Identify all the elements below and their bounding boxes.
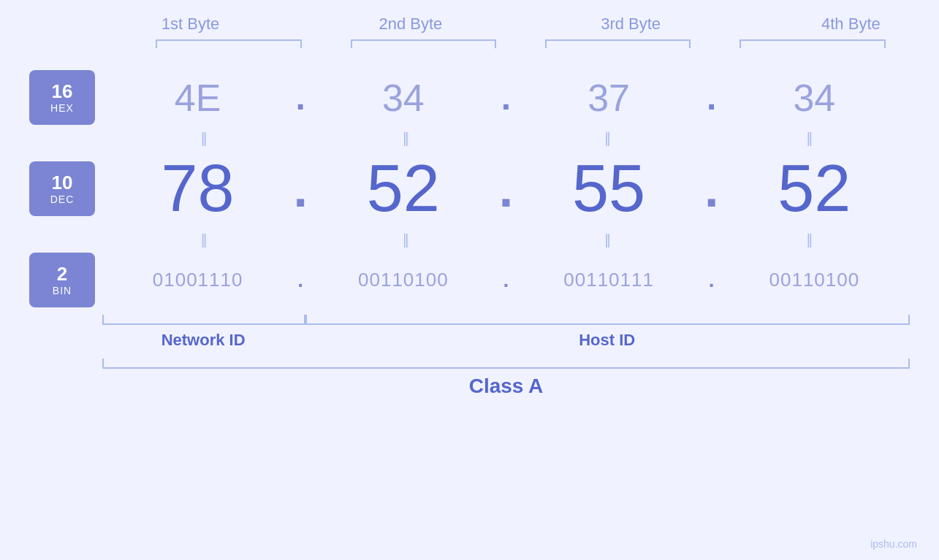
host-id-label: Host ID	[304, 331, 910, 350]
hex-base-label: HEX	[50, 102, 74, 114]
dec-cell-1: 78	[102, 151, 293, 226]
eq2-cell-3: ||	[506, 231, 708, 248]
dec-cell-3: 55	[514, 151, 704, 226]
hex-cell-2: 34	[308, 76, 498, 120]
dec-badge: 10 DEC	[29, 161, 95, 216]
hex-base-number: 16	[52, 81, 73, 102]
bin-row: 2 BIN 01001110 . 00110100 . 00110111 . 0…	[29, 253, 910, 307]
class-section: Class A	[29, 358, 910, 398]
hex-value-4: 34	[719, 76, 910, 120]
eq2-sign-3: ||	[604, 231, 609, 248]
dec-values: 78 . 52 . 55 . 52	[102, 151, 910, 226]
eq2-sign-2: ||	[403, 231, 407, 248]
dec-value-2: 52	[308, 151, 498, 226]
dec-cell-2: 52	[308, 151, 498, 226]
bottom-brackets-container	[102, 315, 910, 325]
bracket-cell-1	[132, 39, 326, 48]
eq2-sign-4: ||	[807, 231, 811, 248]
bracket-network	[102, 315, 305, 325]
bottom-section: Network ID Host ID	[29, 315, 910, 350]
dec-row: 10 DEC 78 . 52 . 55 . 52	[29, 151, 910, 226]
hex-badge: 16 HEX	[29, 70, 95, 125]
eq2-cell-4: ||	[708, 231, 910, 248]
eq-cell-1: ||	[102, 130, 304, 147]
dot-dec-2: .	[499, 160, 514, 218]
bin-value-3: 00110111	[514, 269, 704, 291]
hex-values: 4E . 34 . 37 . 34	[102, 76, 910, 120]
bin-base-number: 2	[57, 264, 67, 285]
bin-cell-2: 00110100	[308, 269, 498, 291]
bracket-class	[102, 358, 910, 369]
dot-bin-1: .	[293, 269, 308, 292]
bracket-host	[305, 315, 910, 325]
dot-dec-3: .	[704, 160, 719, 218]
hex-cell-3: 37	[514, 76, 704, 120]
byte-header-2: 2nd Byte	[300, 15, 520, 34]
dot-bin-3: .	[704, 269, 719, 292]
hex-cell-4: 34	[719, 76, 910, 120]
bracket-top-2	[351, 39, 497, 48]
hex-value-3: 37	[514, 76, 704, 120]
eq2-sign-1: ||	[201, 231, 205, 248]
eq-cell-2: ||	[304, 130, 506, 147]
bin-value-2: 00110100	[308, 269, 498, 291]
dot-hex-1: .	[293, 77, 308, 118]
network-id-label: Network ID	[102, 331, 304, 350]
dec-value-3: 55	[514, 151, 704, 226]
bracket-cell-3	[521, 39, 715, 48]
hex-value-2: 34	[308, 76, 498, 120]
dec-value-4: 52	[719, 151, 910, 226]
hex-cell-1: 4E	[102, 76, 293, 120]
byte-header-1: 1st Byte	[80, 15, 300, 34]
bracket-cell-2	[326, 39, 520, 48]
bin-cell-4: 00110100	[719, 269, 910, 291]
eq-cell-4: ||	[708, 130, 910, 147]
dec-base-label: DEC	[50, 193, 75, 205]
dot-dec-1: .	[293, 160, 308, 218]
bin-value-4: 00110100	[719, 269, 910, 291]
dec-cell-4: 52	[719, 151, 910, 226]
main-container: 1st Byte 2nd Byte 3rd Byte 4th Byte 16 H…	[0, 0, 939, 560]
eq-sign-3: ||	[604, 130, 609, 147]
eq-sign-2: ||	[403, 130, 407, 147]
dot-hex-2: .	[499, 77, 514, 118]
equals-row-1: || || || ||	[102, 125, 910, 151]
bracket-top-4	[740, 39, 886, 48]
dec-base-number: 10	[52, 172, 73, 193]
byte-header-3: 3rd Byte	[521, 15, 741, 34]
bin-cell-1: 01001110	[102, 269, 293, 291]
eq2-cell-1: ||	[102, 231, 304, 248]
bottom-labels-container: Network ID Host ID	[102, 331, 910, 350]
byte-headers-row: 1st Byte 2nd Byte 3rd Byte 4th Byte	[80, 15, 939, 34]
dot-hex-3: .	[704, 77, 719, 118]
class-a-label: Class A	[102, 375, 910, 398]
eq-sign-4: ||	[807, 130, 811, 147]
bracket-top-1	[156, 39, 302, 48]
bin-cell-3: 00110111	[514, 269, 704, 291]
hex-row: 16 HEX 4E . 34 . 37 . 34	[29, 70, 910, 125]
eq-sign-1: ||	[201, 130, 205, 147]
hex-value-1: 4E	[102, 76, 293, 120]
dot-bin-2: .	[499, 269, 514, 292]
bracket-top-3	[545, 39, 691, 48]
eq-cell-3: ||	[506, 130, 708, 147]
eq2-cell-2: ||	[304, 231, 506, 248]
bracket-cell-4	[715, 39, 910, 48]
bin-values: 01001110 . 00110100 . 00110111 . 0011010…	[102, 269, 910, 292]
watermark: ipshu.com	[870, 538, 917, 550]
bin-value-1: 01001110	[102, 269, 293, 291]
top-brackets	[132, 39, 910, 48]
dec-value-1: 78	[102, 151, 293, 226]
bin-badge: 2 BIN	[29, 253, 95, 307]
byte-header-4: 4th Byte	[741, 15, 939, 34]
equals-row-2: || || || ||	[102, 226, 910, 253]
bin-base-label: BIN	[53, 285, 72, 296]
